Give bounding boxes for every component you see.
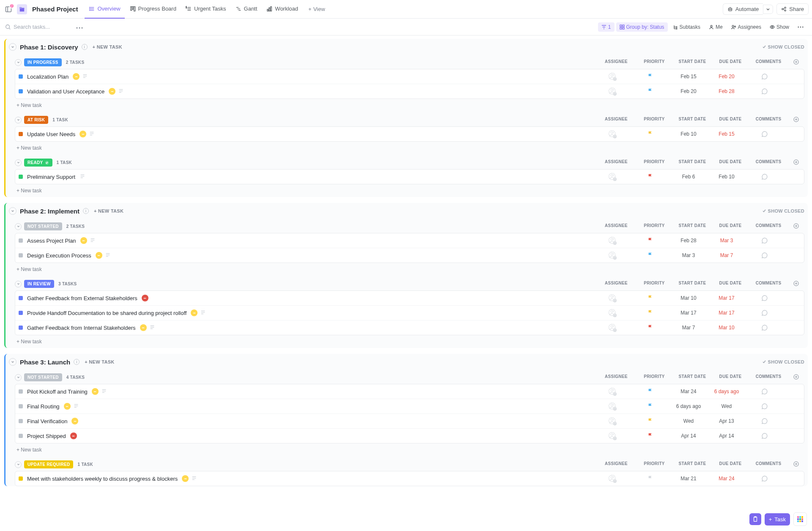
start-date[interactable]: Mar 24 — [669, 389, 708, 394]
new-task-row[interactable]: + New task — [15, 263, 804, 276]
show-closed[interactable]: SHOW CLOSED — [762, 208, 804, 213]
priority-flag[interactable] — [631, 73, 669, 80]
assignee-cell[interactable] — [593, 387, 631, 396]
start-date[interactable]: Wed — [669, 418, 708, 424]
due-date[interactable]: Feb 10 — [708, 174, 746, 180]
add-view-button[interactable]: +View — [304, 6, 329, 12]
status-pill[interactable]: NOT STARTED — [24, 222, 62, 230]
new-task-row[interactable]: + New task — [15, 184, 804, 197]
task-row[interactable]: Assess Project PlanFeb 28Mar 3 — [15, 233, 804, 248]
status-pill[interactable]: NOT STARTED — [24, 373, 62, 381]
phase-new-task[interactable]: + NEW TASK — [85, 359, 114, 364]
add-column[interactable] — [787, 159, 804, 166]
due-date[interactable]: Wed — [708, 403, 746, 409]
description-icon[interactable] — [80, 173, 85, 181]
assignee-cell[interactable] — [593, 87, 631, 96]
task-row[interactable]: Update User NeedsFeb 10Feb 15 — [15, 127, 804, 141]
status-square[interactable] — [19, 404, 23, 408]
assignee-cell[interactable] — [593, 72, 631, 81]
status-square[interactable] — [19, 419, 23, 423]
show-closed[interactable]: SHOW CLOSED — [762, 44, 804, 49]
due-date[interactable]: Mar 7 — [708, 252, 746, 258]
assignee-cell[interactable] — [593, 402, 631, 411]
description-icon[interactable] — [90, 237, 96, 244]
comments-cell[interactable] — [746, 418, 784, 424]
share-button[interactable]: Share — [776, 3, 809, 15]
me-chip[interactable]: Me — [705, 22, 726, 32]
more-options[interactable] — [794, 25, 807, 30]
add-column[interactable] — [787, 374, 804, 380]
priority-flag[interactable] — [631, 432, 669, 440]
new-task-row[interactable]: + New task — [15, 142, 804, 154]
priority-flag[interactable] — [631, 475, 669, 482]
group-collapse[interactable] — [15, 374, 22, 381]
description-icon[interactable] — [118, 88, 124, 95]
due-date[interactable]: Apr 13 — [708, 418, 746, 424]
description-icon[interactable] — [73, 403, 79, 410]
comments-cell[interactable] — [746, 309, 784, 316]
due-date[interactable]: Feb 28 — [708, 88, 746, 94]
show-closed[interactable]: SHOW CLOSED — [762, 359, 804, 364]
task-row[interactable]: Localization PlanFeb 15Feb 20 — [15, 69, 804, 84]
comments-cell[interactable] — [746, 324, 784, 331]
show-chip[interactable]: Show — [766, 22, 793, 32]
comments-cell[interactable] — [746, 403, 784, 410]
priority-flag[interactable] — [631, 388, 669, 395]
group-collapse[interactable] — [15, 59, 22, 66]
description-icon[interactable] — [200, 309, 206, 317]
info-icon[interactable]: i — [74, 359, 80, 365]
task-row[interactable]: Project ShippedApr 14Apr 14 — [15, 429, 804, 443]
add-column[interactable] — [787, 117, 804, 123]
priority-flag[interactable] — [631, 131, 669, 138]
search-box[interactable] — [5, 24, 73, 30]
due-date[interactable]: Mar 24 — [708, 476, 746, 482]
status-pill[interactable]: IN PROGRESS — [24, 58, 62, 66]
priority-flag[interactable] — [631, 295, 669, 302]
start-date[interactable]: Mar 3 — [669, 252, 708, 258]
status-pill[interactable]: UPDATE REQUIRED — [24, 460, 73, 468]
group-collapse[interactable] — [15, 117, 22, 123]
description-icon[interactable] — [82, 73, 88, 80]
automate-dropdown[interactable] — [763, 5, 773, 14]
task-row[interactable]: Final Routing6 days agoWed — [15, 399, 804, 414]
add-column[interactable] — [787, 223, 804, 230]
status-square[interactable] — [19, 296, 23, 300]
new-task-row[interactable]: + New task — [15, 335, 804, 348]
priority-flag[interactable] — [631, 324, 669, 331]
tab-overview[interactable]: Overview — [85, 0, 124, 19]
task-row[interactable]: Meet with stakeholders weekly to discuss… — [15, 471, 804, 486]
info-icon[interactable]: i — [83, 208, 89, 214]
group-collapse[interactable] — [15, 159, 22, 166]
description-icon[interactable] — [101, 388, 107, 395]
priority-flag[interactable] — [631, 403, 669, 410]
phase-collapse[interactable] — [9, 207, 16, 215]
status-square[interactable] — [19, 132, 23, 136]
due-date[interactable]: Mar 17 — [708, 295, 746, 301]
automate-button[interactable]: Automate — [723, 3, 763, 15]
assignee-cell[interactable] — [593, 294, 631, 302]
filter-count-chip[interactable]: 1 — [598, 22, 614, 32]
description-icon[interactable] — [191, 475, 197, 482]
due-date[interactable]: Mar 17 — [708, 310, 746, 316]
group-collapse[interactable] — [15, 281, 22, 287]
new-task-row[interactable]: + New task — [15, 99, 804, 112]
status-square[interactable] — [19, 253, 23, 257]
search-options[interactable] — [76, 24, 83, 30]
start-date[interactable]: Feb 15 — [669, 74, 708, 79]
group-collapse[interactable] — [15, 461, 22, 468]
description-icon[interactable] — [89, 131, 95, 138]
assignee-cell[interactable] — [593, 251, 631, 260]
due-date[interactable]: 6 days ago — [708, 389, 746, 394]
subtasks-chip[interactable]: Subtasks — [669, 22, 704, 32]
due-date[interactable]: Feb 20 — [708, 74, 746, 79]
status-square[interactable] — [19, 311, 23, 315]
phase-collapse[interactable] — [9, 43, 16, 51]
add-column[interactable] — [787, 461, 804, 468]
priority-flag[interactable] — [631, 418, 669, 425]
status-pill[interactable]: READY — [24, 159, 52, 167]
status-square[interactable] — [19, 476, 23, 481]
comments-cell[interactable] — [746, 131, 784, 137]
task-row[interactable]: Validation and User AcceptanceFeb 20Feb … — [15, 84, 804, 99]
priority-flag[interactable] — [631, 252, 669, 259]
assignee-cell[interactable] — [593, 432, 631, 440]
